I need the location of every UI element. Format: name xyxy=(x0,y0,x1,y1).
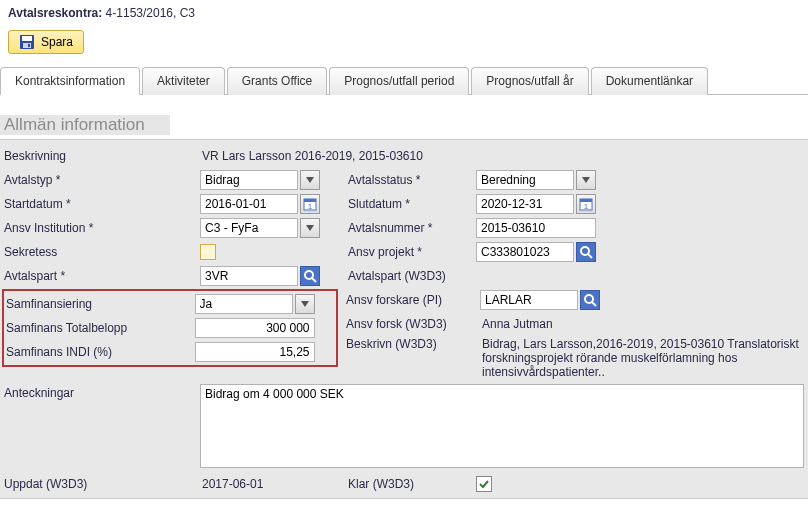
ansv-institution-label: Ansv Institution * xyxy=(4,221,200,235)
svg-text:1: 1 xyxy=(584,202,589,211)
save-icon xyxy=(19,34,35,50)
avtalstyp-label: Avtalstyp * xyxy=(4,173,200,187)
beskrivning-label: Beskrivning xyxy=(4,149,200,163)
beskrivn-w3d3-value: Bidrag, Lars Larsson,2016-2019, 2015-036… xyxy=(480,337,800,379)
svg-rect-3 xyxy=(28,44,30,47)
avtalsstatus-input[interactable] xyxy=(476,170,574,190)
svg-marker-17 xyxy=(301,301,309,307)
ansv-forskare-input[interactable] xyxy=(480,290,578,310)
ansv-projekt-label: Ansv projekt * xyxy=(342,245,476,259)
samfinansiering-label: Samfinansiering xyxy=(6,297,195,311)
uppdat-w3d3-label: Uppdat (W3D3) xyxy=(4,477,200,491)
ansv-forskare-label: Ansv forskare (PI) xyxy=(346,293,480,307)
save-button[interactable]: Spara xyxy=(8,30,84,54)
ansv-projekt-input[interactable] xyxy=(476,242,574,262)
uppdat-w3d3-value: 2017-06-01 xyxy=(200,477,263,491)
ansv-projekt-search[interactable] xyxy=(576,242,596,262)
samfinansiering-input[interactable] xyxy=(195,294,293,314)
slutdatum-input[interactable] xyxy=(476,194,574,214)
svg-marker-5 xyxy=(582,177,590,183)
sekretess-checkbox[interactable] xyxy=(200,244,216,260)
anteckningar-textarea[interactable] xyxy=(200,384,804,468)
page-title-label: Avtalsreskontra: xyxy=(8,6,102,20)
tab-prognos-utfall-period[interactable]: Prognos/utfall period xyxy=(329,67,469,95)
svg-point-15 xyxy=(305,271,313,279)
ansv-forsk-w3d3-label: Ansv forsk (W3D3) xyxy=(346,317,480,331)
svg-marker-4 xyxy=(306,177,314,183)
tab-aktiviteter[interactable]: Aktiviteter xyxy=(142,67,225,95)
ansv-forskare-search[interactable] xyxy=(580,290,600,310)
tab-kontraktsinformation[interactable]: Kontraktsinformation xyxy=(0,67,140,95)
section-title: Allmän information xyxy=(0,115,808,135)
form-area: Beskrivning VR Lars Larsson 2016-2019, 2… xyxy=(0,139,808,499)
klar-w3d3-label: Klar (W3D3) xyxy=(342,477,476,491)
samfinansiering-group: Samfinansiering Samfinans Totalbelopp Sa… xyxy=(2,289,338,367)
startdatum-input[interactable] xyxy=(200,194,298,214)
avtalstyp-input[interactable] xyxy=(200,170,298,190)
startdatum-calendar[interactable]: 1 xyxy=(300,194,320,214)
samfinans-indi-input[interactable] xyxy=(195,342,315,362)
beskrivning-value: VR Lars Larsson 2016-2019, 2015-03610 xyxy=(200,149,423,163)
tab-dokumentlankar[interactable]: Dokumentlänkar xyxy=(591,67,708,95)
svg-text:1: 1 xyxy=(308,202,313,211)
tab-bar: Kontraktsinformation Aktiviteter Grants … xyxy=(0,66,808,95)
page-title-value: 4-1153/2016, C3 xyxy=(106,6,195,20)
svg-marker-12 xyxy=(306,225,314,231)
svg-line-19 xyxy=(592,302,596,306)
save-button-label: Spara xyxy=(41,35,73,49)
tab-prognos-utfall-ar[interactable]: Prognos/utfall år xyxy=(471,67,588,95)
svg-rect-1 xyxy=(22,36,32,41)
avtalspart-search[interactable] xyxy=(300,266,320,286)
anteckningar-label: Anteckningar xyxy=(4,384,200,400)
ansv-forsk-w3d3-value: Anna Jutman xyxy=(480,317,553,331)
ansv-institution-dropdown[interactable] xyxy=(300,218,320,238)
svg-line-16 xyxy=(312,278,316,282)
avtalspart-w3d3-label: Avtalspart (W3D3) xyxy=(342,269,476,283)
klar-w3d3-checkbox[interactable] xyxy=(476,476,492,492)
ansv-institution-input[interactable] xyxy=(200,218,298,238)
beskrivn-w3d3-label: Beskrivn (W3D3) xyxy=(346,337,480,351)
samfinans-total-input[interactable] xyxy=(195,318,315,338)
avtalsnummer-label: Avtalsnummer * xyxy=(342,221,476,235)
sekretess-label: Sekretess xyxy=(4,245,200,259)
avtalsstatus-dropdown[interactable] xyxy=(576,170,596,190)
startdatum-label: Startdatum * xyxy=(4,197,200,211)
avtalspart-label: Avtalspart * xyxy=(4,269,200,283)
tab-grants-office[interactable]: Grants Office xyxy=(227,67,327,95)
svg-point-18 xyxy=(585,295,593,303)
slutdatum-label: Slutdatum * xyxy=(342,197,476,211)
svg-point-13 xyxy=(581,247,589,255)
svg-line-14 xyxy=(588,254,592,258)
samfinans-total-label: Samfinans Totalbelopp xyxy=(6,321,195,335)
avtalsstatus-label: Avtalsstatus * xyxy=(342,173,476,187)
slutdatum-calendar[interactable]: 1 xyxy=(576,194,596,214)
avtalstyp-dropdown[interactable] xyxy=(300,170,320,190)
samfinansiering-dropdown[interactable] xyxy=(295,294,315,314)
samfinans-indi-label: Samfinans INDI (%) xyxy=(6,345,195,359)
avtalsnummer-input[interactable] xyxy=(476,218,596,238)
avtalspart-input[interactable] xyxy=(200,266,298,286)
